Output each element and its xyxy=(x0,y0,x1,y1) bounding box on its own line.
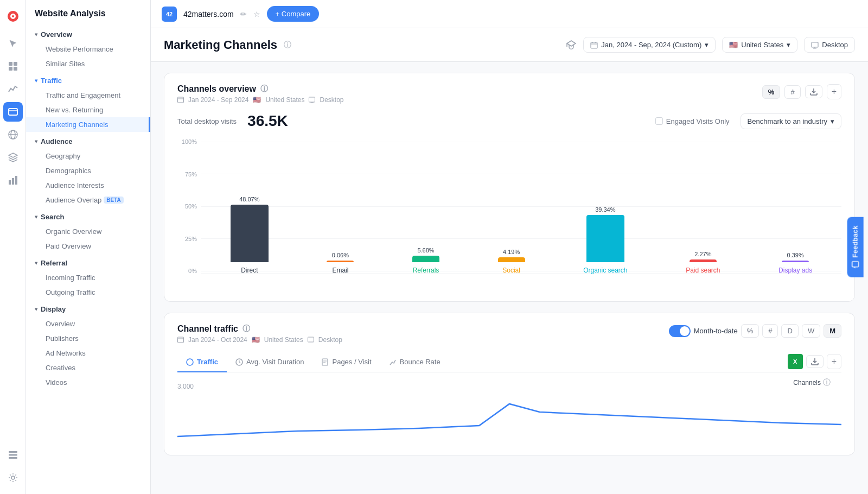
channel-traffic-info-icon[interactable]: ⓘ xyxy=(242,324,250,334)
tab-pages-visit[interactable]: Pages / Visit xyxy=(312,352,380,372)
total-visits-label: Total desktop visits xyxy=(177,117,237,125)
sidebar-item-geography[interactable]: Geography xyxy=(26,149,150,163)
bar-rect[interactable] xyxy=(327,261,354,262)
svg-rect-20 xyxy=(309,97,315,102)
hash-toggle[interactable]: # xyxy=(784,85,800,99)
sidebar-referral-header[interactable]: ▾ Referral xyxy=(26,256,150,270)
sidebar-item-organic-overview[interactable]: Organic Overview xyxy=(26,224,150,239)
excel-button[interactable]: X xyxy=(788,354,803,369)
bar-group[interactable]: 5.68%Referrals xyxy=(412,247,439,274)
card-info-icon[interactable]: ⓘ xyxy=(260,84,268,94)
svg-rect-26 xyxy=(852,262,858,267)
bar-name-label: Paid search xyxy=(686,267,720,274)
sidebar-item-creatives[interactable]: Creatives xyxy=(26,360,150,375)
sidebar-item-similar-sites[interactable]: Similar Sites xyxy=(26,56,150,71)
bar-rect[interactable] xyxy=(498,257,525,262)
bar-rect[interactable] xyxy=(586,215,624,262)
nav-settings-icon[interactable] xyxy=(3,468,23,487)
sidebar-traffic-header[interactable]: ▾ Traffic xyxy=(26,73,150,88)
hash-btn2[interactable]: # xyxy=(762,324,778,338)
device-button[interactable]: Desktop xyxy=(804,37,855,53)
country-button[interactable]: 🇺🇸 United States ▾ xyxy=(722,37,797,53)
nav-globe-icon[interactable] xyxy=(3,125,23,144)
flag-subtitle: 🇺🇸 xyxy=(253,96,261,104)
sidebar-display-header[interactable]: ▾ Display xyxy=(26,302,150,316)
tab-avg-visit[interactable]: Avg. Visit Duration xyxy=(227,352,312,372)
sidebar-item-audience-overlap[interactable]: Audience Overlap BETA xyxy=(26,193,150,207)
nav-grid-icon[interactable] xyxy=(3,56,23,76)
main-content: 42 42matters.com ✏ ☆ + Compare Marketing… xyxy=(151,0,868,494)
sidebar-search-header[interactable]: ▾ Search xyxy=(26,210,150,224)
channels-overview-card: Channels overview ⓘ Jan 2024 - Sep 2024 … xyxy=(164,73,855,302)
chevron-icon: ▾ xyxy=(35,138,37,144)
edit-site-icon[interactable]: ✏ xyxy=(240,10,247,18)
bar-rect[interactable] xyxy=(412,256,439,262)
chevron-icon: ▾ xyxy=(35,31,37,37)
graduation-icon[interactable] xyxy=(566,40,577,50)
sidebar-item-audience-interests[interactable]: Audience Interests xyxy=(26,178,150,193)
tab-bounce-rate[interactable]: Bounce Rate xyxy=(380,352,449,372)
period-m-btn[interactable]: M xyxy=(824,324,841,338)
bar-name-label: Social xyxy=(502,267,520,274)
bar-group[interactable]: 4.19%Social xyxy=(498,249,525,274)
nav-chart-icon[interactable] xyxy=(3,79,23,99)
nav-website-icon[interactable] xyxy=(3,102,23,122)
download-btn2[interactable] xyxy=(806,355,824,368)
page-title-info-icon[interactable]: ⓘ xyxy=(284,40,291,50)
period-d-btn[interactable]: D xyxy=(781,324,798,338)
percent-toggle[interactable]: % xyxy=(762,85,781,99)
sidebar-item-demographics[interactable]: Demographics xyxy=(26,163,150,178)
engaged-visits-checkbox[interactable] xyxy=(655,117,663,125)
nav-layers-icon[interactable] xyxy=(3,148,23,167)
bar-group[interactable]: 0.06%Email xyxy=(327,252,354,274)
add-btn2[interactable]: + xyxy=(827,354,841,369)
sidebar-item-traffic-engagement[interactable]: Traffic and Engagement xyxy=(26,88,150,103)
sidebar-audience-header[interactable]: ▾ Audience xyxy=(26,134,150,149)
bar-name-label: Organic search xyxy=(583,267,627,274)
date-picker-button[interactable]: Jan, 2024 - Sep, 2024 (Custom) ▾ xyxy=(583,37,716,53)
compare-button[interactable]: + Compare xyxy=(267,6,320,22)
star-site-icon[interactable]: ☆ xyxy=(253,10,260,18)
channels-info-icon[interactable]: ⓘ xyxy=(823,378,831,388)
sidebar-item-display-overview[interactable]: Overview xyxy=(26,316,150,331)
sidebar-item-new-returning[interactable]: New vs. Returning xyxy=(26,103,150,117)
bar-name-label: Direct xyxy=(241,267,258,274)
chevron-icon: ▾ xyxy=(35,78,37,84)
bar-group[interactable]: 39.34%Organic search xyxy=(583,206,627,274)
nav-bar-chart-icon[interactable] xyxy=(3,170,23,190)
sidebar-section-overview: ▾ Overview Website Performance Similar S… xyxy=(26,27,150,71)
sidebar-item-publishers[interactable]: Publishers xyxy=(26,331,150,346)
bar-group[interactable]: 2.27%Paid search xyxy=(686,251,720,274)
bar-rect[interactable] xyxy=(782,261,809,262)
sidebar-item-outgoing-traffic[interactable]: Outgoing Traffic xyxy=(26,285,150,300)
logo-icon[interactable] xyxy=(3,7,23,26)
nav-list-icon[interactable] xyxy=(3,445,23,465)
period-w-btn[interactable]: W xyxy=(802,324,820,338)
benchmark-button[interactable]: Benchmark to an industry ▾ xyxy=(741,113,841,129)
svg-rect-22 xyxy=(308,337,314,342)
sidebar-item-website-performance[interactable]: Website Performance xyxy=(26,42,150,56)
bar-rect[interactable] xyxy=(231,205,269,262)
percent-btn2[interactable]: % xyxy=(741,324,760,338)
svg-rect-18 xyxy=(812,42,818,47)
bar-group[interactable]: 48.07%Direct xyxy=(231,196,269,274)
sidebar-item-videos[interactable]: Videos xyxy=(26,375,150,390)
svg-rect-13 xyxy=(9,451,17,453)
channels-overview-header: Channels overview ⓘ Jan 2024 - Sep 2024 … xyxy=(177,84,841,104)
bar-group[interactable]: 0.39%Display ads xyxy=(778,252,812,274)
sidebar-item-paid-overview[interactable]: Paid Overview xyxy=(26,239,150,254)
total-visits-value: 36.5K xyxy=(247,112,288,130)
card-title: Channels overview ⓘ xyxy=(177,84,344,94)
tab-traffic[interactable]: Traffic xyxy=(177,352,227,372)
nav-cursor-icon[interactable] xyxy=(3,34,23,53)
add-btn[interactable]: + xyxy=(827,84,841,99)
download-btn[interactable] xyxy=(805,85,822,98)
svg-point-16 xyxy=(11,476,15,479)
sidebar-overview-header[interactable]: ▾ Overview xyxy=(26,27,150,42)
bar-rect[interactable] xyxy=(690,259,717,262)
sidebar-item-ad-networks[interactable]: Ad Networks xyxy=(26,346,150,360)
month-to-date-toggle[interactable] xyxy=(669,325,691,337)
sidebar-item-incoming-traffic[interactable]: Incoming Traffic xyxy=(26,270,150,285)
sidebar-item-marketing-channels[interactable]: Marketing Channels xyxy=(26,117,150,132)
feedback-tab[interactable]: Feedback xyxy=(847,217,863,277)
